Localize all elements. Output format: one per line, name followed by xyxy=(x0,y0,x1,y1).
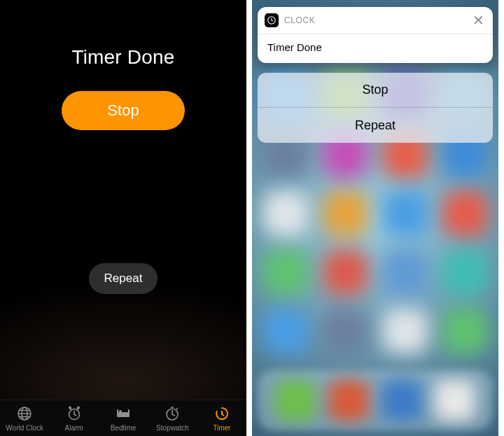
timer-done-title: Timer Done xyxy=(71,46,174,69)
notification-app-name: CLOCK xyxy=(284,15,315,25)
tab-label: Bedtime xyxy=(111,424,136,432)
tab-alarm[interactable]: Alarm xyxy=(49,405,98,432)
alarm-icon xyxy=(66,405,83,422)
tab-world-clock[interactable]: World Clock xyxy=(0,405,49,432)
repeat-action[interactable]: Repeat xyxy=(258,108,493,143)
tab-bedtime[interactable]: Bedtime xyxy=(99,405,148,432)
timer-icon xyxy=(214,405,230,422)
tab-label: Alarm xyxy=(65,424,83,432)
tab-timer[interactable]: Timer xyxy=(197,405,246,432)
timer-done-panel: Timer Done Stop Repeat xyxy=(0,0,246,400)
homescreen-notification: CLOCK ✕ Timer Done Stop Repeat xyxy=(252,0,498,436)
svg-rect-7 xyxy=(128,409,130,414)
clock-app-icon xyxy=(265,13,279,27)
repeat-button[interactable]: Repeat xyxy=(89,263,158,294)
clock-app-screen: Timer Done Stop Repeat World Clock xyxy=(0,0,246,436)
stop-button[interactable]: Stop xyxy=(62,91,185,130)
svg-rect-6 xyxy=(117,409,118,414)
svg-point-4 xyxy=(77,406,80,409)
svg-point-8 xyxy=(119,410,122,413)
svg-point-3 xyxy=(69,406,71,409)
globe-icon xyxy=(16,405,33,422)
notification-actions: Stop Repeat xyxy=(258,73,493,143)
tab-label: World Clock xyxy=(6,424,43,432)
stopwatch-icon xyxy=(164,405,181,422)
bedtime-icon xyxy=(115,405,132,422)
notification-title: Timer Done xyxy=(258,34,493,63)
tab-stopwatch[interactable]: Stopwatch xyxy=(148,405,197,432)
notification-card: CLOCK ✕ Timer Done xyxy=(258,7,493,63)
svg-rect-5 xyxy=(117,412,130,417)
notification-header: CLOCK ✕ xyxy=(258,7,493,34)
tab-bar: World Clock Alarm xyxy=(0,400,246,436)
close-icon[interactable]: ✕ xyxy=(470,13,486,28)
tab-label: Stopwatch xyxy=(156,424,189,432)
stop-action[interactable]: Stop xyxy=(258,73,493,108)
dock xyxy=(258,370,493,430)
tab-label: Timer xyxy=(213,424,230,432)
